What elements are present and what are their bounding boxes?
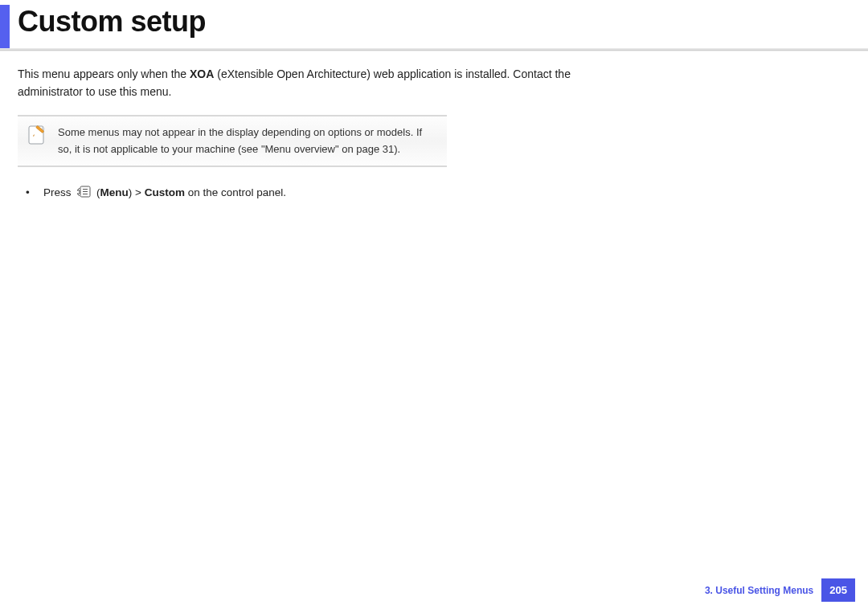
instr-suffix: on the control panel. [185, 186, 286, 198]
intro-xoa-bold: XOA [190, 67, 214, 80]
instr-menu-label: Menu [100, 186, 129, 198]
intro-paragraph: This menu appears only when the XOA (eXt… [18, 66, 580, 100]
content-column: This menu appears only when the XOA (eXt… [0, 51, 596, 204]
instr-prefix: Press [43, 186, 74, 198]
note-box: Some menus may not appear in the display… [18, 115, 447, 166]
instruction-list: Press (Menu) > Custom on the control pan… [21, 185, 580, 204]
title-divider [0, 48, 868, 51]
page-title: Custom setup [18, 5, 868, 39]
footer: 3. Useful Setting Menus 205 [705, 578, 855, 602]
accent-bar [0, 5, 10, 48]
menu-button-icon [76, 186, 91, 204]
page-number-badge: 205 [821, 578, 855, 602]
intro-text-1: This menu appears only when the [18, 67, 190, 80]
header: Custom setup [0, 5, 868, 51]
instr-custom-bold: Custom [145, 186, 185, 198]
instruction-item: Press (Menu) > Custom on the control pan… [39, 185, 580, 204]
instr-mid: ) > [129, 186, 145, 198]
note-text: Some menus may not appear in the display… [58, 125, 437, 157]
footer-chapter: 3. Useful Setting Menus [705, 585, 813, 596]
note-icon [27, 125, 48, 157]
